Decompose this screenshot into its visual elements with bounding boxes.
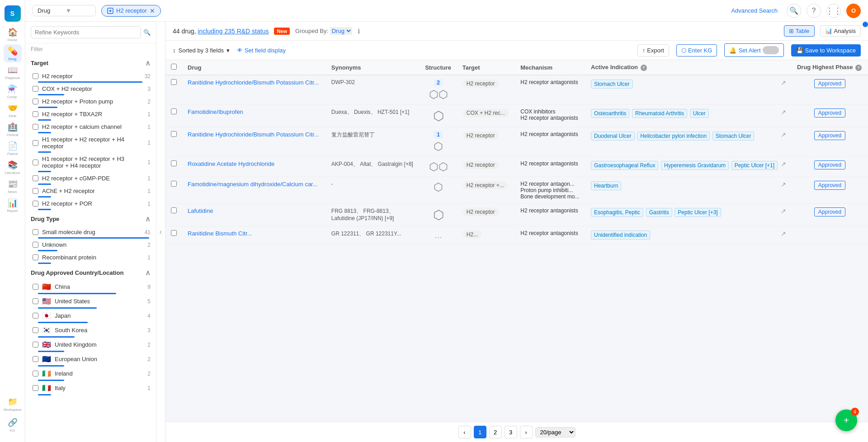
sort-info[interactable]: ↕ Sorted by 3 fields ▾ [173, 47, 230, 54]
nav-item-report[interactable]: 📊Report [4, 196, 22, 214]
expand-indication-icon[interactable]: ↗ [781, 207, 786, 215]
row-checkbox-0[interactable] [171, 79, 177, 85]
enter-kg-btn[interactable]: ⬡ Enter KG [676, 44, 717, 56]
prev-page-btn[interactable]: ‹ [458, 426, 471, 438]
expand-indication-icon[interactable]: ↗ [781, 79, 786, 86]
alert-toggle[interactable] [763, 46, 779, 54]
target-checkbox-0[interactable] [33, 73, 38, 79]
nav-item-workspace[interactable]: 📁 Workspace [4, 395, 22, 413]
nav-item-home[interactable]: 🏠Home [4, 25, 22, 43]
drug-link-1[interactable]: Famotidine/Ibuprofen [188, 108, 243, 115]
row-checkbox-3[interactable] [171, 160, 177, 166]
country-checkbox-3[interactable] [33, 327, 38, 333]
indication-tag[interactable]: Hyperemesis Gravidarum [661, 161, 729, 170]
target-checkbox-7[interactable] [33, 175, 38, 181]
target-checkbox-8[interactable] [33, 188, 38, 194]
row-checkbox-5[interactable] [171, 207, 177, 213]
indication-tag[interactable]: Osteoarthritis [591, 109, 629, 118]
indication-tag[interactable]: Stomach Ulcer [591, 80, 633, 89]
indication-tag[interactable]: Heartburn [591, 181, 621, 190]
h2-receptor-tab[interactable]: H2 receptor ✕ [101, 5, 161, 17]
drug-link-3[interactable]: Roxatidine Acetate Hydrochloride [188, 160, 274, 167]
next-page-btn[interactable]: › [520, 426, 533, 438]
country-section-header[interactable]: Drug Approved Country/Location ∧ [25, 265, 156, 281]
table-view-btn[interactable]: ⊞ Table [784, 25, 815, 37]
drug-selector[interactable]: Drug ▼ [33, 5, 96, 16]
tab-close-button[interactable]: ✕ [150, 7, 155, 14]
target-checkbox-2[interactable] [33, 99, 38, 104]
advanced-search-link[interactable]: Advanced Search [731, 7, 778, 14]
target-checkbox-1[interactable] [33, 86, 38, 92]
drug-type-checkbox-0[interactable] [33, 229, 38, 235]
drug-link-4[interactable]: Famotidine/magnesium dihydroxide/Calcium… [188, 181, 318, 188]
grouped-by-select[interactable]: Drug [330, 27, 352, 35]
export-btn[interactable]: ↑ Export [637, 44, 669, 56]
expand-indication-icon[interactable]: ↗ [781, 160, 786, 168]
nav-item-playbook[interactable]: 📖Playbook [4, 63, 22, 81]
drug-link-2[interactable]: Ranitidine Hydrochloride/Bismuth Potassi… [188, 131, 319, 138]
drug-link-5[interactable]: Lafutidine [188, 207, 213, 214]
country-checkbox-7[interactable] [33, 385, 38, 391]
target-checkbox-5[interactable] [33, 140, 38, 146]
save-to-workspace-btn[interactable]: 💾 Save to Workspace [791, 44, 861, 56]
target-checkbox-6[interactable] [33, 160, 38, 165]
indication-help-icon[interactable]: ? [641, 65, 647, 71]
nav-item-kg[interactable]: 🔗 KG [4, 416, 22, 434]
target-checkbox-3[interactable] [33, 111, 38, 117]
drug-link-6[interactable]: Ranitidine Bismuth Citr... [188, 230, 252, 237]
indication-tag[interactable]: Ulcer [690, 109, 709, 118]
phase-help-icon[interactable]: ? [855, 65, 862, 71]
country-checkbox-5[interactable] [33, 356, 38, 362]
page-3-btn[interactable]: 3 [505, 426, 517, 438]
row-checkbox-6[interactable] [171, 230, 177, 236]
drug-type-checkbox-2[interactable] [33, 254, 38, 260]
indication-tag[interactable]: Esophagitis, Peptic [591, 208, 643, 217]
indication-tag[interactable]: Unidentified indication [591, 230, 650, 240]
indication-tag[interactable]: Gastroesophageal Reflux [591, 161, 658, 170]
indication-tag[interactable]: Peptic Ulcer [+1] [731, 161, 778, 170]
nav-item-patent[interactable]: 📄Patent [4, 139, 22, 157]
drug-type-checkbox-1[interactable] [33, 242, 38, 248]
user-avatar[interactable]: O [846, 4, 861, 18]
target-checkbox-9[interactable] [33, 201, 38, 207]
row-checkbox-4[interactable] [171, 181, 177, 187]
expand-indication-icon[interactable]: ↗ [781, 230, 786, 237]
row-checkbox-1[interactable] [171, 108, 177, 114]
floating-action-btn[interactable]: + 4 [835, 409, 857, 431]
page-2-btn[interactable]: 2 [489, 426, 502, 438]
row-checkbox-2[interactable] [171, 131, 177, 137]
apps-button[interactable]: ⋮⋮ [826, 4, 841, 18]
indication-tag[interactable]: Duodenal Ulcer [591, 132, 635, 141]
panel-toggle[interactable]: ‹ [156, 22, 165, 442]
expand-indication-icon[interactable]: ↗ [781, 131, 786, 138]
analysis-view-btn[interactable]: 📊 Analysis [820, 25, 861, 37]
refine-keywords-input[interactable] [31, 26, 141, 38]
indication-tag[interactable]: Helicobacter pylori infection [637, 132, 710, 141]
set-field-display[interactable]: 👁 Set field display [237, 47, 286, 54]
drug-type-section-header[interactable]: Drug Type ∧ [25, 211, 156, 227]
country-checkbox-6[interactable] [33, 371, 38, 376]
page-size-select[interactable]: 20/page 50/page 100/page [535, 427, 576, 437]
indication-tag[interactable]: Gastritis [646, 208, 672, 217]
indication-tag[interactable]: Stomach Ulcer [712, 132, 755, 141]
target-section-header[interactable]: Target ∧ [25, 55, 156, 71]
logo[interactable]: S [4, 5, 22, 23]
nav-item-comp[interactable]: ⚗️Comp. [4, 82, 22, 100]
page-1-btn[interactable]: 1 [474, 426, 486, 438]
country-checkbox-0[interactable] [33, 284, 38, 290]
target-checkbox-4[interactable] [33, 124, 38, 130]
drug-link-0[interactable]: Ranitidine Hydrochloride/Bismuth Potassi… [188, 79, 319, 86]
expand-indication-icon[interactable]: ↗ [781, 108, 786, 116]
select-all-header[interactable] [165, 60, 182, 75]
nav-item-news[interactable]: 📰News [4, 177, 22, 195]
set-alert-btn[interactable]: 🔔 Set Alert [724, 43, 783, 57]
country-checkbox-4[interactable] [33, 342, 38, 348]
nav-item-literature[interactable]: 📚Literature [4, 158, 22, 176]
nav-item-clinical[interactable]: 🏥Clinical [4, 120, 22, 138]
help-button[interactable]: ? [807, 4, 821, 18]
indication-tag[interactable]: Rheumatoid Arthritis [632, 109, 687, 118]
expand-indication-icon[interactable]: ↗ [781, 181, 786, 188]
search-button[interactable]: 🔍 [787, 4, 801, 18]
country-checkbox-1[interactable] [33, 298, 38, 304]
nav-item-deal[interactable]: 🤝Deal [4, 101, 22, 119]
